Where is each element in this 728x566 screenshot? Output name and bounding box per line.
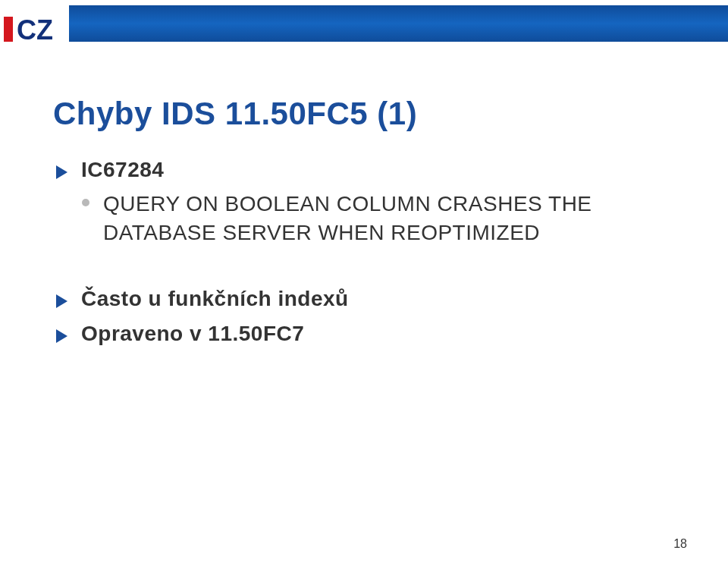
slide-title: Chyby IDS 11.50FC5 (1) (53, 96, 417, 132)
svg-text:CZ: CZ (17, 17, 53, 42)
bullet-1: IC67284 (56, 158, 682, 182)
bullet-2-label: Často u funkčních indexů (81, 287, 349, 311)
header-bar (69, 5, 728, 42)
sub-bullet-1: QUERY ON BOOLEAN COLUMN CRASHES THE DATA… (82, 190, 682, 247)
triangle-bullet-icon (56, 294, 67, 308)
sub-bullet-1-text: QUERY ON BOOLEAN COLUMN CRASHES THE DATA… (103, 190, 682, 247)
triangle-bullet-icon (56, 329, 67, 343)
bullet-3-label: Opraveno v 11.50FC7 (81, 322, 304, 346)
bullet-1-label: IC67284 (81, 158, 164, 182)
triangle-bullet-icon (56, 165, 67, 179)
page-number: 18 (673, 537, 687, 551)
dot-bullet-icon (82, 199, 89, 206)
slide-content: IC67284 QUERY ON BOOLEAN COLUMN CRASHES … (56, 158, 682, 349)
logo-icz: CZ (0, 17, 65, 42)
bullet-3: Opraveno v 11.50FC7 (56, 322, 682, 346)
svg-rect-0 (4, 17, 13, 42)
bullet-2: Často u funkčních indexů (56, 287, 682, 311)
